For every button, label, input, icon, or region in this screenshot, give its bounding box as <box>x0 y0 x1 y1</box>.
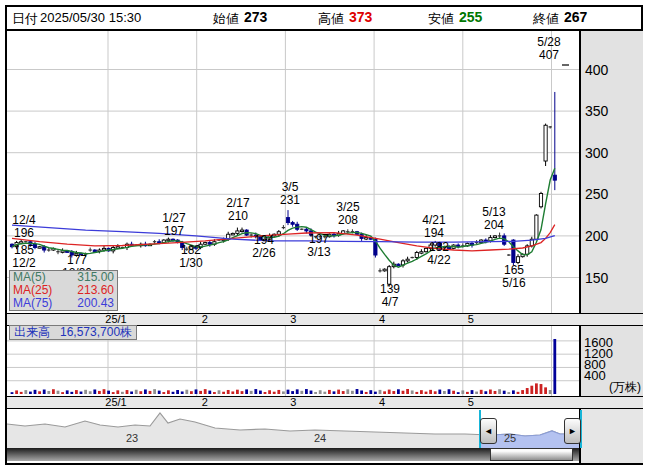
chart-annotation: 1824/22 <box>427 241 450 267</box>
month-tick-label: 2 <box>202 313 208 325</box>
volume-name: 出来高 <box>14 325 50 339</box>
navigator-gutter <box>579 409 643 463</box>
volume-axis-gutter: 16001200800400(万株) <box>579 326 643 396</box>
chart-annotation: 1942/26 <box>252 234 275 260</box>
month-tick-label: 3 <box>290 313 296 325</box>
price-tick-label: 150 <box>585 270 608 286</box>
high-value: 373 <box>349 9 372 25</box>
chart-annotation: 18512/2 <box>12 244 35 270</box>
close-value: 267 <box>564 9 587 25</box>
low-value: 255 <box>459 9 482 25</box>
quote-header: 日付 2025/05/30 15:30 始値 273 高値 373 安値 255… <box>7 7 641 31</box>
month-tick-label: 4 <box>379 396 385 408</box>
range-right-handle[interactable]: ► <box>564 418 581 444</box>
horizontal-scrollbar[interactable] <box>7 448 579 461</box>
month-tick-label: 25/1 <box>105 313 126 325</box>
ma75-legend-row: MA(75)200.43 <box>13 297 114 310</box>
navigator-year-label: 24 <box>314 432 326 444</box>
open-label: 始値 <box>213 10 239 28</box>
high-label: 高値 <box>318 10 344 28</box>
price-axis-gutter: 400350300250200150 <box>579 31 643 313</box>
month-tick-label: 2 <box>202 396 208 408</box>
chart-annotation: 1973/13 <box>307 233 330 259</box>
volume-value: 16,573,700株 <box>60 325 132 339</box>
ma-legend: MA(5)315.00 MA(25)213.60 MA(75)200.43 <box>9 270 118 311</box>
chart-annotation: 1821/30 <box>179 244 202 270</box>
chart-annotation: 12/4196 <box>12 214 35 240</box>
month-tick-label: 5 <box>468 396 474 408</box>
navigator-year-label: 23 <box>126 432 138 444</box>
chart-annotation: 3/5231 <box>280 181 300 207</box>
price-tick-label: 350 <box>585 103 608 119</box>
stock-chart-window: 日付 2025/05/30 15:30 始値 273 高値 373 安値 255… <box>0 0 653 470</box>
low-label: 安値 <box>428 10 454 28</box>
chart-annotation: 4/21194 <box>422 214 445 240</box>
month-tick-label: 5 <box>468 313 474 325</box>
scrollbar-thumb[interactable] <box>490 448 573 461</box>
chart-annotation: 1394/7 <box>380 283 400 309</box>
price-tick-label: 250 <box>585 186 608 202</box>
chart-annotation: 5/28407 <box>537 36 560 62</box>
price-tick-label: 200 <box>585 228 608 244</box>
volume-tick-label: 400 <box>584 368 606 383</box>
month-tick-label: 3 <box>290 396 296 408</box>
close-label: 終値 <box>533 10 559 28</box>
month-tick-label: 25/1 <box>105 396 126 408</box>
volume-total-label: 出来高16,573,700株 <box>9 325 137 340</box>
date-label: 日付 <box>12 10 38 28</box>
chart-annotation: 3/25208 <box>336 201 359 227</box>
date-value: 2025/05/30 15:30 <box>40 10 141 25</box>
month-tick-label: 4 <box>379 313 385 325</box>
navigator-year-label: 25 <box>504 432 516 444</box>
open-value: 273 <box>244 9 267 25</box>
chart-annotation: 1/27197 <box>162 212 185 238</box>
volume-unit-label: (万株) <box>609 379 641 396</box>
price-tick-label: 400 <box>585 62 608 78</box>
chart-annotation: 5/13204 <box>482 206 505 232</box>
chart-annotation: 2/17210 <box>226 197 249 223</box>
price-tick-label: 300 <box>585 145 608 161</box>
range-left-handle[interactable]: ◄ <box>480 418 497 444</box>
chart-annotation: 1655/16 <box>502 264 525 290</box>
month-axis-bottom: 25/12345 <box>7 396 643 409</box>
